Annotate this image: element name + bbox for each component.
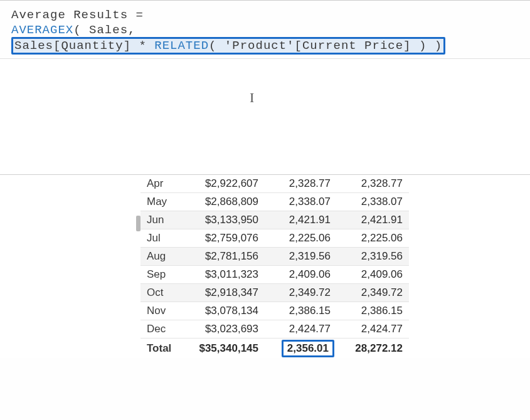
formula-rest: ( 'Product'[Current Price] ) (209, 39, 435, 53)
highlighted-total: 2,356.01 (282, 340, 334, 357)
cell-month: Dec (140, 320, 183, 339)
cell-val2: 2,225.06 (265, 229, 337, 248)
table-left-gutter (0, 175, 140, 358)
table-total-row[interactable]: Total$35,340,1452,356.0128,272.12 (140, 339, 409, 359)
cell-val3: 2,424.77 (337, 320, 409, 339)
table-row[interactable]: Aug$2,781,1562,319.562,319.56 (140, 248, 409, 266)
editor-whitespace[interactable] (0, 59, 530, 175)
formula-table: Sales (89, 23, 128, 37)
table-row[interactable]: Nov$3,078,1342,386.152,386.15 (140, 302, 409, 320)
formula-bar[interactable]: Average Results = AVERAGEX( Sales, Sales… (0, 0, 530, 59)
cell-val2: 2,319.56 (265, 248, 337, 266)
cell-val3: 2,421.91 (337, 211, 409, 229)
table-row[interactable]: Dec$3,023,6932,424.772,424.77 (140, 320, 409, 339)
scroll-thumb[interactable] (136, 216, 140, 231)
cell-val2: 2,424.77 (265, 320, 337, 339)
cell-val1: $3,078,134 (183, 302, 265, 320)
cell-month: Sep (140, 266, 183, 284)
cell-total-v1: $35,340,145 (183, 339, 265, 359)
results-table: Apr$2,922,6072,328.772,328.77May$2,868,8… (140, 175, 409, 358)
formula-line-1: Average Results = (11, 8, 519, 22)
cell-val3: 2,409.06 (337, 266, 409, 284)
cell-total-v2: 2,356.01 (265, 339, 337, 359)
cell-val1: $2,759,076 (183, 229, 265, 248)
cell-val1: $3,011,323 (183, 266, 265, 284)
report-canvas[interactable]: Apr$2,922,6072,328.772,328.77May$2,868,8… (0, 175, 530, 358)
cell-val3: 2,349.72 (337, 284, 409, 302)
cell-val1: $2,918,347 (183, 284, 265, 302)
formula-col-ref: Sales[Quantity] * (14, 39, 154, 53)
table-row[interactable]: Apr$2,922,6072,328.772,328.77 (140, 175, 409, 193)
cell-val1: $2,781,156 (183, 248, 265, 266)
table-row[interactable]: May$2,868,8092,338.072,338.07 (140, 193, 409, 211)
cell-month: May (140, 193, 183, 211)
cell-month: Jun (140, 211, 183, 229)
table-row[interactable]: Jul$2,759,0762,225.062,225.06 (140, 229, 409, 248)
cell-month: Nov (140, 302, 183, 320)
cell-val2: 2,338.07 (265, 193, 337, 211)
cell-val3: 2,328.77 (337, 175, 409, 193)
cell-val2: 2,349.72 (265, 284, 337, 302)
table-row[interactable]: Jun$3,133,9502,421.912,421.91 (140, 211, 409, 229)
cell-val2: 2,328.77 (265, 175, 337, 193)
cell-val1: $3,023,693 (183, 320, 265, 339)
cell-val1: $2,868,809 (183, 193, 265, 211)
cell-val1: $3,133,950 (183, 211, 265, 229)
cell-val2: 2,386.15 (265, 302, 337, 320)
cell-month: Jul (140, 229, 183, 248)
table-row[interactable]: Sep$3,011,3232,409.062,409.06 (140, 266, 409, 284)
cell-total-v3: 28,272.12 (337, 339, 409, 359)
cell-month: Apr (140, 175, 183, 193)
formula-line-2: AVERAGEX( Sales, Sales[Quantity] * RELAT… (11, 23, 519, 55)
cell-val2: 2,409.06 (265, 266, 337, 284)
cell-month: Oct (140, 284, 183, 302)
table-row[interactable]: Oct$2,918,3472,349.722,349.72 (140, 284, 409, 302)
cell-month: Aug (140, 248, 183, 266)
cell-val3: 2,319.56 (337, 248, 409, 266)
fn-related: RELATED (154, 39, 209, 53)
cell-val2: 2,421.91 (265, 211, 337, 229)
fn-averagex: AVERAGEX (11, 23, 73, 37)
formula-comma: , (128, 23, 135, 37)
cell-val3: 2,338.07 (337, 193, 409, 211)
formula-close: ) (435, 39, 442, 53)
cell-total-label: Total (140, 339, 183, 359)
cell-val1: $2,922,607 (183, 175, 265, 193)
formula-paren: ( (73, 23, 89, 37)
formula-highlight: Sales[Quantity] * RELATED( 'Product'[Cur… (11, 37, 445, 55)
text-cursor-icon: I (250, 90, 255, 106)
cell-val3: 2,225.06 (337, 229, 409, 248)
cell-val3: 2,386.15 (337, 302, 409, 320)
